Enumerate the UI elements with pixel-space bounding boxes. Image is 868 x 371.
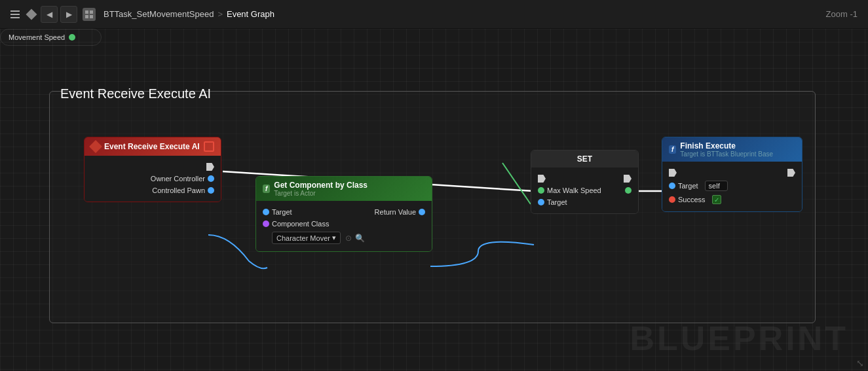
get-component-header: f Get Component by Class Target is Actor xyxy=(256,177,432,201)
set-title: SET xyxy=(577,154,592,164)
component-class-value-row: Character Mover ▾ ⊙ 🔍 xyxy=(256,230,432,246)
component-class-pin[interactable] xyxy=(263,221,269,227)
get-component-node: f Get Component by Class Target is Actor… xyxy=(255,176,432,252)
controlled-pawn-pin[interactable] xyxy=(208,187,214,194)
menu-icon[interactable] xyxy=(8,7,22,22)
function-badge: f xyxy=(263,185,270,193)
get-comp-target-pin[interactable] xyxy=(263,209,269,215)
svg-rect-4 xyxy=(90,10,93,14)
component-class-row: Component Class xyxy=(256,218,432,230)
finish-target-row: Target self xyxy=(662,179,802,193)
finish-success-label: Success xyxy=(678,196,706,203)
event-receive-header: Event Receive Execute AI xyxy=(85,137,221,156)
breadcrumb-root[interactable]: BTTask_SetMovementSpeed xyxy=(104,9,214,19)
set-maxwalk-label: Max Walk Speed xyxy=(547,186,601,194)
owner-controller-row: Owner Controller xyxy=(85,173,221,185)
event-receive-body: Owner Controller Controlled Pawn xyxy=(85,156,221,202)
breadcrumb-current: Event Graph xyxy=(227,9,274,19)
success-checkbox[interactable]: ✓ xyxy=(712,195,721,204)
grid-icon xyxy=(83,8,96,21)
chevron-down-icon: ▾ xyxy=(332,234,336,242)
blueprint-watermark: BLUEPRINT xyxy=(630,319,848,358)
get-component-subtitle: Target is Actor xyxy=(274,190,368,197)
svg-rect-5 xyxy=(85,15,88,18)
event-receive-node: Event Receive Execute AI Owner Controlle… xyxy=(84,137,221,202)
comp-search-icon[interactable]: 🔍 xyxy=(355,234,365,243)
comp-select-container: Character Mover ▾ ⊙ 🔍 xyxy=(272,232,365,244)
finish-target-label: Target xyxy=(678,182,698,190)
bookmark-icon xyxy=(26,9,37,20)
zoom-label: Zoom -1 xyxy=(826,9,858,19)
set-maxwalk-out-pin[interactable] xyxy=(625,187,632,194)
forward-button[interactable]: ▶ xyxy=(60,6,77,23)
breadcrumb-separator: > xyxy=(217,9,223,19)
finish-target-input[interactable]: self xyxy=(705,181,728,191)
event-receive-title: Event Receive Execute AI xyxy=(104,142,200,151)
component-class-label: Component Class xyxy=(272,220,329,228)
toolbar: ◀ ▶ BTTask_SetMovementSpeed > Event Grap… xyxy=(0,0,868,29)
finish-execute-title: Finish Execute xyxy=(680,141,773,150)
component-class-select[interactable]: Character Mover ▾ xyxy=(272,232,341,244)
blueprint-canvas[interactable]: Event Receive Execute AI Event Receive E… xyxy=(0,29,868,371)
svg-rect-3 xyxy=(85,10,88,14)
get-comp-target-label: Target xyxy=(272,208,292,216)
get-comp-return-pin[interactable] xyxy=(419,209,425,215)
exec-out-pin[interactable] xyxy=(206,163,214,171)
set-target-label: Target xyxy=(547,198,567,206)
comp-clear-icon[interactable]: ⊙ xyxy=(345,234,352,243)
finish-execute-node: f Finish Execute Target is BTTask Bluepr… xyxy=(662,137,802,212)
set-maxwalk-in-pin[interactable] xyxy=(538,187,544,194)
controlled-pawn-row: Controlled Pawn xyxy=(85,185,221,196)
finish-exec-row xyxy=(662,167,802,179)
event-exec-out-row xyxy=(85,161,221,173)
set-exec-row xyxy=(531,173,638,185)
set-exec-in-pin[interactable] xyxy=(538,175,546,183)
svg-rect-2 xyxy=(10,17,20,18)
get-comp-return-label: Return Value xyxy=(375,208,416,216)
finish-success-row: Success ✓ xyxy=(662,193,802,206)
comp-class-value: Character Mover xyxy=(276,234,330,242)
max-walk-row: Max Walk Speed xyxy=(531,185,638,196)
resize-handle[interactable]: ⤡ xyxy=(856,358,864,368)
finish-exec-out-pin[interactable] xyxy=(787,169,795,177)
get-component-title: Get Component by Class xyxy=(274,181,368,190)
finish-execute-subtitle: Target is BTTask Blueprint Base xyxy=(680,150,773,158)
finish-execute-header: f Finish Execute Target is BTTask Bluepr… xyxy=(662,137,802,162)
comment-title: Event Receive Execute AI xyxy=(60,86,211,101)
svg-rect-1 xyxy=(10,14,20,15)
finish-target-pin[interactable] xyxy=(669,183,675,189)
finish-success-pin[interactable] xyxy=(669,196,675,203)
breadcrumb: BTTask_SetMovementSpeed > Event Graph xyxy=(104,9,274,19)
set-target-pin[interactable] xyxy=(538,199,544,205)
event-diamond-icon xyxy=(89,140,102,153)
set-exec-out-pin[interactable] xyxy=(624,175,632,183)
owner-controller-pin[interactable] xyxy=(208,175,214,182)
finish-execute-body: Target self Success ✓ xyxy=(662,162,802,211)
get-component-body: Target Return Value Component Class Char… xyxy=(256,201,432,251)
set-target-row: Target xyxy=(531,196,638,208)
owner-controller-label: Owner Controller xyxy=(151,175,205,183)
svg-rect-6 xyxy=(90,15,93,18)
set-header: SET xyxy=(531,150,638,168)
svg-rect-0 xyxy=(10,10,20,12)
set-body: Max Walk Speed Target xyxy=(531,168,638,213)
event-indicator xyxy=(204,141,214,152)
controlled-pawn-label: Controlled Pawn xyxy=(152,186,205,194)
nav-buttons: ◀ ▶ xyxy=(41,6,77,23)
target-return-row: Target Return Value xyxy=(256,206,432,218)
back-button[interactable]: ◀ xyxy=(41,6,58,23)
finish-exec-in-pin[interactable] xyxy=(669,169,677,177)
set-node: SET Max Walk Speed Target xyxy=(531,150,639,214)
finish-function-badge: f xyxy=(669,145,676,154)
